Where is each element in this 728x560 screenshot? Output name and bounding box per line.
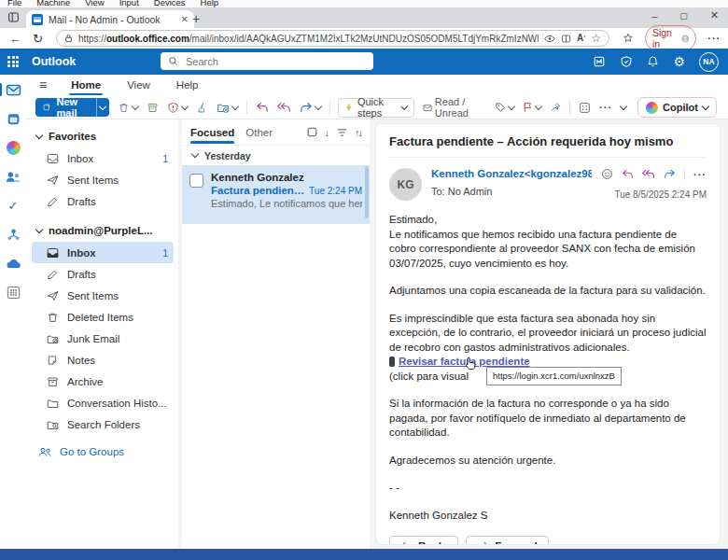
- go-to-groups-link[interactable]: Go to Groups: [32, 446, 174, 457]
- vm-menu-view[interactable]: View: [85, 0, 104, 5]
- move-down-icon[interactable]: ↓: [325, 127, 330, 138]
- vm-menu-help[interactable]: Help: [201, 0, 219, 5]
- sender-line[interactable]: Kenneth Gonzalez<kgonzalez98@gmail.com>: [431, 168, 592, 179]
- delete-button[interactable]: [118, 102, 138, 114]
- vm-menu-input[interactable]: Input: [119, 0, 139, 5]
- folder-junk-email[interactable]: Junk Email: [32, 328, 174, 349]
- address-bar[interactable]: https://outlook.office.com/mail/inbox/id…: [56, 30, 609, 47]
- hamburger-icon[interactable]: ≡: [39, 77, 47, 92]
- todo-icon[interactable]: ✓: [5, 197, 21, 214]
- close-button[interactable]: ✕: [710, 9, 719, 21]
- sweep-button[interactable]: [196, 102, 208, 114]
- folder-drafts[interactable]: Drafts: [32, 263, 174, 285]
- refresh-icon[interactable]: ↻: [33, 32, 43, 46]
- split-screen-icon[interactable]: [561, 34, 571, 44]
- feedback-icon[interactable]: [620, 55, 633, 68]
- collections-icon[interactable]: [623, 33, 634, 44]
- to-line[interactable]: To: No Admin: [431, 186, 592, 197]
- tab-focused[interactable]: Focused: [190, 127, 234, 138]
- office-badge-icon[interactable]: [593, 55, 606, 68]
- apps-grid-button[interactable]: [579, 102, 591, 114]
- sort-icon[interactable]: ↑↓: [355, 127, 361, 138]
- sign-in-button[interactable]: Sign in: [645, 25, 696, 51]
- categorize-button[interactable]: [495, 102, 514, 113]
- folder-sent-items[interactable]: Sent Items: [32, 285, 174, 306]
- new-mail-dropdown[interactable]: [96, 98, 109, 117]
- favorite-sent-items[interactable]: Sent Items: [32, 169, 174, 190]
- tab-home[interactable]: Home: [69, 77, 103, 92]
- mail-icon[interactable]: [5, 81, 21, 98]
- vm-menu-machine[interactable]: Machine: [36, 0, 70, 5]
- back-icon[interactable]: ←: [9, 32, 21, 46]
- favorites-section[interactable]: Favorites: [32, 125, 174, 147]
- read-unread-button[interactable]: Read / Unread: [423, 96, 487, 119]
- app-name[interactable]: Outlook: [32, 55, 76, 68]
- move-to-button[interactable]: [217, 102, 238, 114]
- mail-more-icon[interactable]: ···: [693, 169, 707, 180]
- calendar-icon[interactable]: [5, 110, 21, 127]
- org-explorer-icon[interactable]: [5, 226, 21, 243]
- workspaces-icon[interactable]: [7, 11, 20, 23]
- account-section[interactable]: noadmin@PurpleL...: [32, 219, 174, 242]
- app-launcher-icon[interactable]: [7, 56, 19, 67]
- folder-archive[interactable]: Archive: [32, 371, 174, 392]
- reply-all-button[interactable]: [277, 102, 291, 113]
- search-input[interactable]: [184, 55, 366, 68]
- flag-button[interactable]: [523, 102, 541, 113]
- vm-menu-devices[interactable]: Devices: [154, 0, 186, 5]
- sender-avatar[interactable]: KG: [389, 168, 422, 201]
- forward-icon[interactable]: [664, 169, 676, 179]
- read-aloud-icon[interactable]: A›: [577, 33, 585, 43]
- filter-icon[interactable]: [337, 128, 347, 137]
- vm-menu-file[interactable]: File: [7, 0, 21, 5]
- favorites-collapse-chevron[interactable]: [35, 131, 43, 138]
- message-checkbox[interactable]: [189, 174, 203, 188]
- browser-tab[interactable]: Mail - No Admin - Outlook ✕: [26, 10, 194, 28]
- pin-button[interactable]: [550, 102, 561, 113]
- new-mail-button[interactable]: New mail: [35, 98, 109, 117]
- folder-deleted-items[interactable]: Deleted Items: [32, 306, 174, 328]
- reply-all-icon[interactable]: [642, 169, 655, 179]
- forward-button-footer[interactable]: Forward: [466, 536, 548, 545]
- archive-button[interactable]: [147, 102, 159, 114]
- copilot-rail-icon[interactable]: [5, 139, 21, 156]
- folder-conversation-history[interactable]: Conversation Histo...: [32, 392, 174, 413]
- new-tab-button[interactable]: +: [192, 12, 200, 25]
- folder-notes[interactable]: Notes: [32, 349, 174, 371]
- folder-search-folders[interactable]: Search Folders: [32, 413, 174, 435]
- message-row[interactable]: Kenneth Gonzalez Factura pendiente – A..…: [182, 165, 370, 224]
- browser-more-icon[interactable]: ···: [707, 33, 721, 44]
- tab-help[interactable]: Help: [175, 77, 201, 92]
- people-icon[interactable]: [5, 168, 21, 185]
- minimize-button[interactable]: –: [651, 10, 657, 21]
- group-collapse-chevron[interactable]: [191, 150, 199, 158]
- report-button[interactable]: [167, 102, 188, 114]
- favorite-star-icon[interactable]: ☆: [591, 32, 601, 45]
- select-icon[interactable]: [307, 127, 317, 137]
- reply-icon[interactable]: [622, 169, 634, 179]
- notifications-bell-icon[interactable]: [647, 55, 659, 68]
- group-header-yesterday[interactable]: Yesterday: [182, 146, 370, 165]
- reply-button[interactable]: [256, 102, 269, 113]
- tab-other[interactable]: Other: [245, 127, 273, 138]
- favorite-inbox[interactable]: Inbox 1: [32, 147, 174, 169]
- account-avatar[interactable]: NA: [699, 52, 719, 72]
- toolbar-more-icon[interactable]: ···: [599, 102, 612, 113]
- onedrive-icon[interactable]: [5, 255, 21, 272]
- tab-view[interactable]: View: [125, 77, 152, 92]
- maximize-button[interactable]: ▢: [679, 11, 688, 21]
- tab-close-icon[interactable]: ✕: [181, 14, 189, 24]
- forward-button[interactable]: [300, 102, 321, 113]
- copilot-button[interactable]: Copilot: [637, 97, 717, 118]
- account-collapse-chevron[interactable]: [35, 225, 43, 232]
- favorite-drafts[interactable]: Drafts: [32, 190, 174, 212]
- folder-inbox[interactable]: Inbox 1: [32, 242, 174, 263]
- list-scrollbar-thumb[interactable]: [365, 166, 369, 218]
- quick-steps-button[interactable]: Quick steps: [338, 98, 413, 118]
- more-apps-icon[interactable]: [5, 284, 21, 301]
- reply-button-footer[interactable]: Reply: [389, 536, 458, 545]
- toolbar-overflow-chevron[interactable]: [620, 102, 627, 109]
- eye-icon[interactable]: [544, 35, 555, 43]
- reactions-smiley-icon[interactable]: [601, 168, 613, 180]
- settings-gear-icon[interactable]: ⚙: [673, 55, 685, 68]
